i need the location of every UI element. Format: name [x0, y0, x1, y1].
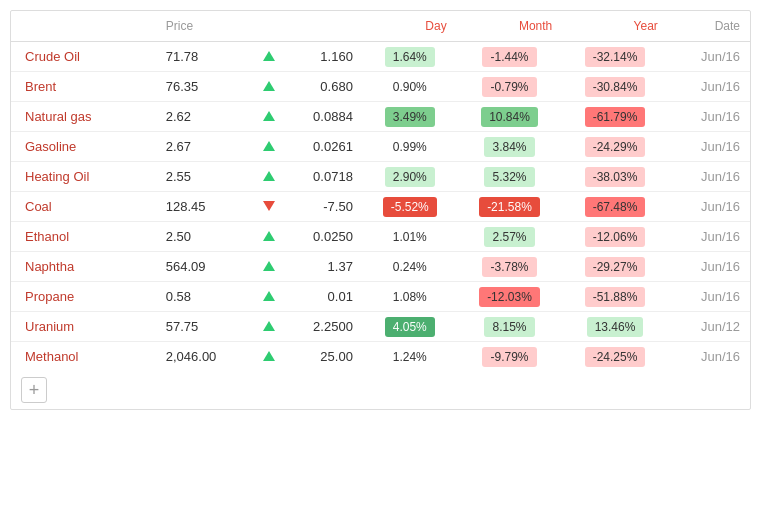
commodity-direction-arrow: [257, 132, 280, 162]
commodity-date: Jun/16: [668, 222, 750, 252]
commodity-day-pct: -5.52%: [363, 192, 457, 222]
commodity-year-pct: 13.46%: [562, 312, 668, 342]
commodity-year-pct: -12.06%: [562, 222, 668, 252]
commodity-year-pct: -51.88%: [562, 282, 668, 312]
table-row: Natural gas2.620.08843.49%10.84%-61.79%J…: [11, 102, 750, 132]
commodity-price: 57.75: [152, 312, 258, 342]
commodity-name: Crude Oil: [11, 42, 152, 72]
commodity-direction-arrow: [257, 252, 280, 282]
header-year: Year: [562, 11, 668, 42]
commodity-year-pct: -30.84%: [562, 72, 668, 102]
commodity-month-pct: 3.84%: [457, 132, 563, 162]
commodity-date: Jun/16: [668, 102, 750, 132]
commodity-day-pct: 0.99%: [363, 132, 457, 162]
up-arrow-icon: [263, 321, 275, 331]
header-name: [11, 11, 152, 42]
commodity-price: 2,046.00: [152, 342, 258, 372]
header-day: Day: [363, 11, 457, 42]
commodity-day-pct: 0.24%: [363, 252, 457, 282]
commodity-month-pct: -1.44%: [457, 42, 563, 72]
commodity-change: 0.680: [281, 72, 363, 102]
commodity-price: 76.35: [152, 72, 258, 102]
commodity-year-pct: -67.48%: [562, 192, 668, 222]
commodities-table: Price Day Month Year Date Crude Oil71.78…: [11, 11, 750, 409]
commodity-date: Jun/16: [668, 162, 750, 192]
commodity-name: Gasoline: [11, 132, 152, 162]
commodity-name: Uranium: [11, 312, 152, 342]
commodity-year-pct: -38.03%: [562, 162, 668, 192]
commodity-day-pct: 1.24%: [363, 342, 457, 372]
commodity-change: -7.50: [281, 192, 363, 222]
commodity-direction-arrow: [257, 42, 280, 72]
header-change: [281, 11, 363, 42]
commodity-month-pct: 10.84%: [457, 102, 563, 132]
commodity-change: 0.01: [281, 282, 363, 312]
commodity-year-pct: -61.79%: [562, 102, 668, 132]
up-arrow-icon: [263, 291, 275, 301]
commodity-date: Jun/12: [668, 312, 750, 342]
table-row: Crude Oil71.781.1601.64%-1.44%-32.14%Jun…: [11, 42, 750, 72]
commodity-name: Propane: [11, 282, 152, 312]
down-arrow-icon: [263, 201, 275, 211]
commodity-direction-arrow: [257, 102, 280, 132]
commodity-date: Jun/16: [668, 42, 750, 72]
commodity-change: 0.0250: [281, 222, 363, 252]
table-row: Brent76.350.6800.90%-0.79%-30.84%Jun/16: [11, 72, 750, 102]
commodity-direction-arrow: [257, 342, 280, 372]
commodity-month-pct: 5.32%: [457, 162, 563, 192]
commodity-date: Jun/16: [668, 132, 750, 162]
commodity-change: 2.2500: [281, 312, 363, 342]
commodity-date: Jun/16: [668, 192, 750, 222]
up-arrow-icon: [263, 51, 275, 61]
table-row: Ethanol2.500.02501.01%2.57%-12.06%Jun/16: [11, 222, 750, 252]
commodity-name: Brent: [11, 72, 152, 102]
commodity-year-pct: -24.29%: [562, 132, 668, 162]
commodity-name: Natural gas: [11, 102, 152, 132]
add-commodity-button[interactable]: +: [21, 377, 47, 403]
commodity-month-pct: -3.78%: [457, 252, 563, 282]
commodity-direction-arrow: [257, 282, 280, 312]
table-row: Uranium57.752.25004.05%8.15%13.46%Jun/12: [11, 312, 750, 342]
commodity-year-pct: -24.25%: [562, 342, 668, 372]
commodity-change: 0.0884: [281, 102, 363, 132]
commodity-month-pct: -21.58%: [457, 192, 563, 222]
commodity-day-pct: 4.05%: [363, 312, 457, 342]
commodity-day-pct: 2.90%: [363, 162, 457, 192]
table-row: Naphtha564.091.370.24%-3.78%-29.27%Jun/1…: [11, 252, 750, 282]
commodity-year-pct: -29.27%: [562, 252, 668, 282]
commodity-change: 1.160: [281, 42, 363, 72]
up-arrow-icon: [263, 351, 275, 361]
commodity-price: 2.62: [152, 102, 258, 132]
commodity-name: Methanol: [11, 342, 152, 372]
commodity-month-pct: -9.79%: [457, 342, 563, 372]
commodity-month-pct: -0.79%: [457, 72, 563, 102]
commodity-day-pct: 1.08%: [363, 282, 457, 312]
commodity-year-pct: -32.14%: [562, 42, 668, 72]
commodity-date: Jun/16: [668, 72, 750, 102]
up-arrow-icon: [263, 171, 275, 181]
commodity-change: 0.0261: [281, 132, 363, 162]
commodity-day-pct: 3.49%: [363, 102, 457, 132]
header-arrow: [257, 11, 280, 42]
commodity-price: 2.55: [152, 162, 258, 192]
add-row: +: [11, 371, 750, 409]
commodity-change: 0.0718: [281, 162, 363, 192]
up-arrow-icon: [263, 141, 275, 151]
commodity-date: Jun/16: [668, 252, 750, 282]
commodity-day-pct: 1.01%: [363, 222, 457, 252]
commodity-month-pct: 2.57%: [457, 222, 563, 252]
up-arrow-icon: [263, 261, 275, 271]
commodity-direction-arrow: [257, 162, 280, 192]
commodity-price: 128.45: [152, 192, 258, 222]
commodity-day-pct: 1.64%: [363, 42, 457, 72]
commodity-direction-arrow: [257, 312, 280, 342]
table-row: Gasoline2.670.02610.99%3.84%-24.29%Jun/1…: [11, 132, 750, 162]
table-header-row: Price Day Month Year Date: [11, 11, 750, 42]
header-month: Month: [457, 11, 563, 42]
commodity-direction-arrow: [257, 222, 280, 252]
commodity-name: Ethanol: [11, 222, 152, 252]
commodity-month-pct: 8.15%: [457, 312, 563, 342]
commodity-price: 2.50: [152, 222, 258, 252]
up-arrow-icon: [263, 111, 275, 121]
commodity-direction-arrow: [257, 72, 280, 102]
